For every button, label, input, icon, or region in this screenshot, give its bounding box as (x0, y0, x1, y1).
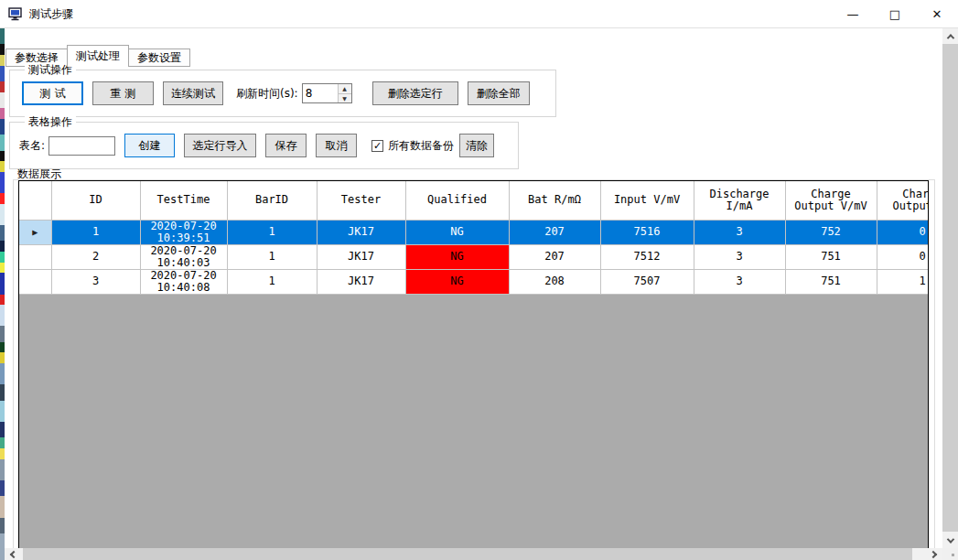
cell-bat-r[interactable]: 207 (509, 220, 600, 244)
window-title: 测试步骤 (29, 6, 73, 22)
cancel-button[interactable]: 取消 (316, 134, 357, 157)
cell-input-v[interactable]: 7516 (600, 220, 694, 244)
cell-tester[interactable]: JK17 (317, 269, 405, 294)
test-operations-group: 测试操作 测 试 重 测 连续测试 刷新时间(s): ▲ ▼ 删除选定行 删除全… (9, 70, 556, 117)
cell-charge-output-v[interactable]: 751 (785, 269, 877, 294)
spinner-down-icon[interactable]: ▼ (339, 94, 351, 103)
desktop-sliver (0, 28, 5, 560)
table-row[interactable]: ▶ 1 2020-07-20 10:39:51 1 JK17 NG 207 75… (19, 220, 929, 244)
cell-input-v[interactable]: 7507 (600, 269, 694, 294)
row-selector-cell[interactable]: ▶ (19, 220, 51, 244)
horizontal-scrollbar-thumb[interactable] (23, 548, 912, 560)
table-row[interactable]: 3 2020-07-20 10:40:08 1 JK17 NG 208 7507… (19, 269, 929, 294)
save-button[interactable]: 保存 (265, 134, 307, 157)
cell-test-time[interactable]: 2020-07-20 10:39:51 (140, 220, 227, 244)
col-header-charge-output-v[interactable]: Charge Output V/mV (785, 181, 877, 220)
refresh-interval-label: 刷新时间(s): (236, 86, 298, 102)
col-header-qualified[interactable]: Qualified (405, 181, 509, 220)
scroll-left-icon[interactable] (5, 548, 23, 560)
create-button[interactable]: 创建 (124, 134, 175, 157)
scroll-down-icon[interactable] (942, 533, 958, 548)
cell-input-v[interactable]: 7512 (600, 244, 694, 269)
delete-selected-rows-button[interactable]: 删除选定行 (372, 81, 458, 105)
maximize-button[interactable]: □ (874, 0, 916, 27)
delete-all-button[interactable]: 删除全部 (468, 81, 530, 105)
scrollbar-corner (942, 548, 958, 560)
cell-bat-r[interactable]: 208 (509, 269, 600, 294)
spinner-up-icon[interactable]: ▲ (339, 84, 351, 94)
cell-discharge-i[interactable]: 3 (694, 269, 785, 294)
col-header-tester[interactable]: Tester (317, 181, 405, 220)
col-header-discharge-i[interactable]: Discharge I/mA (694, 181, 785, 220)
cell-bat-r[interactable]: 207 (509, 244, 600, 269)
col-header-row-selector[interactable] (19, 181, 51, 220)
cell-tester[interactable]: JK17 (317, 220, 405, 244)
col-header-charge-output-i[interactable]: Charge Output I/ (877, 181, 929, 220)
cell-charge-output-i[interactable]: 1 (877, 269, 929, 294)
cell-bar-id[interactable]: 1 (227, 244, 317, 269)
cell-charge-output-v[interactable]: 752 (785, 220, 877, 244)
test-button[interactable]: 测 试 (22, 81, 83, 105)
cell-charge-output-i[interactable]: 0 (877, 244, 929, 269)
cell-discharge-i[interactable]: 3 (694, 244, 785, 269)
scroll-up-icon[interactable] (942, 28, 958, 44)
col-header-test-time[interactable]: TestTime (140, 181, 227, 220)
scroll-right-icon[interactable] (924, 548, 942, 560)
cell-id[interactable]: 1 (51, 220, 140, 244)
col-header-bar-id[interactable]: BarID (227, 181, 317, 220)
backup-all-data-checkbox[interactable]: ✓ (371, 140, 383, 152)
cell-qualified[interactable]: NG (405, 220, 509, 244)
continuous-test-button[interactable]: 连续测试 (163, 81, 223, 105)
table-operations-group: 表格操作 表名: 创建 选定行导入 保存 取消 ✓ 所有数据备份 清除 (9, 122, 519, 169)
horizontal-scrollbar[interactable] (5, 548, 942, 560)
table-row[interactable]: 2 2020-07-20 10:40:03 1 JK17 NG 207 7512… (19, 244, 929, 269)
app-window: 测试步骤 — □ ✕ 参数选择 测试处理 参数设置 测试操作 测 试 重 测 连… (0, 0, 958, 560)
clear-button[interactable]: 清除 (459, 134, 494, 157)
data-grid: ID TestTime BarID Tester Qualified Bat R… (18, 180, 929, 548)
titlebar: 测试步骤 — □ ✕ (0, 0, 958, 28)
cell-charge-output-i[interactable]: 0 (877, 220, 929, 244)
retest-button[interactable]: 重 测 (92, 81, 154, 105)
grid-header-row: ID TestTime BarID Tester Qualified Bat R… (19, 181, 929, 220)
current-row-arrow-icon: ▶ (32, 227, 38, 237)
col-header-bat-r[interactable]: Bat R/mΩ (509, 181, 600, 220)
col-header-id[interactable]: ID (51, 181, 140, 220)
app-icon (8, 7, 23, 21)
cell-charge-output-v[interactable]: 751 (785, 244, 877, 269)
tab-parameter-settings[interactable]: 参数设置 (128, 48, 190, 67)
import-selected-rows-button[interactable]: 选定行导入 (184, 134, 256, 157)
cell-id[interactable]: 3 (51, 269, 140, 294)
cell-test-time[interactable]: 2020-07-20 10:40:08 (140, 269, 227, 294)
row-selector-cell[interactable] (19, 244, 51, 269)
refresh-interval-spinner: ▲ ▼ (302, 83, 352, 103)
tab-test-processing[interactable]: 测试处理 (67, 45, 129, 67)
resize-grip-icon (952, 554, 954, 556)
refresh-interval-input[interactable] (303, 84, 338, 102)
close-button[interactable]: ✕ (916, 0, 958, 27)
table-operations-legend: 表格操作 (25, 114, 76, 130)
cell-qualified[interactable]: NG (405, 244, 509, 269)
vertical-scrollbar[interactable] (942, 28, 958, 548)
cell-discharge-i[interactable]: 3 (694, 220, 785, 244)
table-name-input[interactable] (48, 136, 115, 156)
cell-qualified[interactable]: NG (405, 269, 509, 294)
cell-bar-id[interactable]: 1 (227, 269, 317, 294)
row-selector-cell[interactable] (19, 269, 51, 294)
table-name-label: 表名: (19, 138, 45, 154)
cell-id[interactable]: 2 (51, 244, 140, 269)
window-controls: — □ ✕ (832, 0, 958, 27)
vertical-scrollbar-thumb[interactable] (942, 44, 958, 532)
minimize-button[interactable]: — (832, 0, 874, 27)
col-header-input-v[interactable]: Input V/mV (600, 181, 694, 220)
cell-bar-id[interactable]: 1 (227, 220, 317, 244)
cell-tester[interactable]: JK17 (317, 244, 405, 269)
cell-test-time[interactable]: 2020-07-20 10:40:03 (140, 244, 227, 269)
backup-all-data-label: 所有数据备份 (388, 138, 454, 154)
